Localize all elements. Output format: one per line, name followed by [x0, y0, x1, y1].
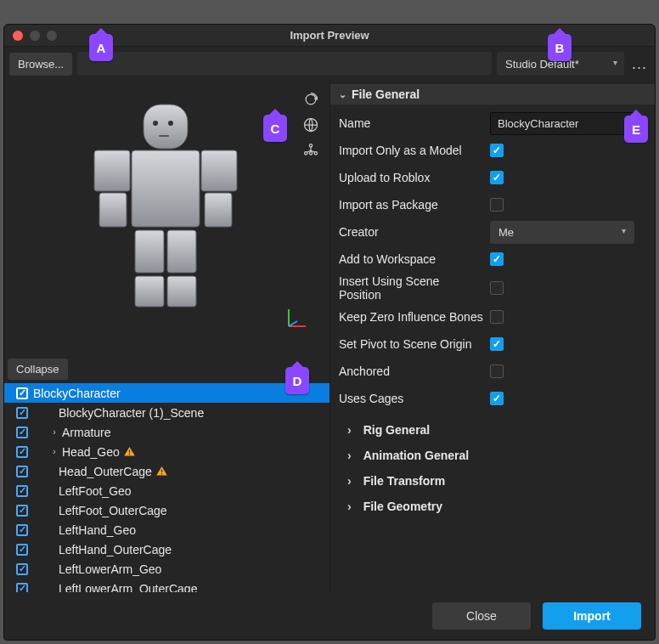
svg-rect-8	[135, 276, 164, 307]
axis-gizmo	[285, 306, 309, 330]
keep-zero-checkbox[interactable]	[490, 310, 504, 324]
svg-rect-4	[99, 193, 127, 227]
callout-badge-b: B	[548, 34, 572, 61]
content-area: Collapse BlockyCharacterBlockyCharacter …	[4, 81, 655, 592]
browse-button[interactable]: Browse...	[9, 53, 72, 76]
prop-keep-zero: Keep Zero Influence Bones	[339, 310, 483, 324]
tree-label: LeftLowerArm_Geo	[59, 562, 161, 576]
prop-upload: Upload to Roblox	[339, 171, 483, 184]
tree-row[interactable]: LeftHand_OuterCage	[4, 539, 330, 559]
tree-label: BlockyCharacter (1)_Scene	[59, 406, 204, 420]
tree-label: LeftFoot_Geo	[59, 484, 132, 498]
tree-row[interactable]: LeftFoot_Geo	[4, 481, 330, 500]
tree-checkbox[interactable]	[16, 583, 28, 593]
svg-point-15	[309, 144, 312, 147]
tree-label: LeftHand_Geo	[59, 523, 136, 537]
section-animation-general[interactable]: Animation General	[330, 443, 655, 468]
insert-scene-checkbox[interactable]	[490, 281, 504, 295]
window-controls	[13, 31, 57, 41]
svg-point-10	[153, 121, 158, 126]
tree-label: LeftFoot_OuterCage	[59, 504, 167, 517]
minimize-window-icon[interactable]	[30, 31, 40, 41]
close-window-icon[interactable]	[13, 31, 23, 41]
chevron-right-icon[interactable]: ›	[50, 427, 59, 437]
reset-camera-icon[interactable]	[302, 91, 319, 108]
upload-checkbox[interactable]	[490, 171, 504, 184]
svg-rect-12	[159, 135, 169, 137]
anchored-checkbox[interactable]	[490, 364, 504, 378]
tree-checkbox[interactable]	[16, 485, 28, 497]
tree-row[interactable]: BlockyCharacter	[4, 383, 330, 403]
tree-row[interactable]: BlockyCharacter (1)_Scene	[4, 403, 330, 422]
prop-import-only: Import Only as a Model	[339, 144, 483, 157]
hierarchy-tree[interactable]: BlockyCharacterBlockyCharacter (1)_Scene…	[4, 383, 330, 592]
pivot-checkbox[interactable]	[490, 337, 504, 351]
collapse-row: Collapse	[4, 355, 330, 383]
tree-row[interactable]: LeftHand_Geo	[4, 520, 330, 539]
properties-list: Name Import Only as a Model Upload to Ro…	[330, 105, 655, 417]
tree-row[interactable]: LeftFoot_OuterCage	[4, 500, 330, 520]
prop-cages: Uses Cages	[339, 392, 483, 405]
add-workspace-checkbox[interactable]	[490, 252, 504, 266]
svg-rect-1	[132, 150, 200, 227]
section-rig-general[interactable]: Rig General	[330, 417, 655, 443]
left-pane: Collapse BlockyCharacterBlockyCharacter …	[4, 81, 330, 592]
maximize-window-icon[interactable]	[47, 31, 57, 41]
import-only-checkbox[interactable]	[490, 144, 504, 157]
tree-checkbox[interactable]	[16, 466, 28, 477]
tree-row[interactable]: ›Armature	[4, 422, 330, 442]
svg-rect-3	[201, 150, 237, 191]
file-path-input[interactable]	[77, 52, 492, 76]
footer: Close Import	[4, 592, 655, 640]
callout-badge-c: C	[263, 115, 287, 142]
svg-rect-23	[129, 454, 130, 455]
tree-checkbox[interactable]	[16, 387, 28, 399]
close-button[interactable]: Close	[432, 602, 531, 630]
tree-checkbox[interactable]	[16, 524, 28, 536]
svg-rect-25	[161, 473, 162, 474]
chevron-right-icon[interactable]: ›	[50, 447, 59, 456]
character-preview	[81, 98, 259, 322]
import-preview-window: Import Preview Browse... Studio Default*…	[3, 24, 656, 641]
world-icon[interactable]	[302, 116, 319, 133]
import-button[interactable]: Import	[543, 602, 641, 630]
section-file-geometry[interactable]: File Geometry	[330, 494, 655, 519]
tree-checkbox[interactable]	[16, 407, 28, 419]
tree-row[interactable]: ›Head_Geo	[4, 442, 330, 461]
callout-badge-a: A	[89, 34, 113, 61]
section-file-general[interactable]: ⌄ File General	[330, 84, 655, 105]
tree-checkbox[interactable]	[16, 446, 28, 458]
viewport-toolbar	[302, 91, 319, 159]
collapse-button[interactable]: Collapse	[8, 359, 68, 380]
tree-checkbox[interactable]	[16, 563, 28, 575]
more-menu-icon[interactable]: ...	[629, 59, 650, 68]
tree-checkbox[interactable]	[16, 544, 28, 556]
tree-checkbox[interactable]	[16, 427, 28, 438]
svg-rect-5	[205, 193, 232, 227]
svg-point-11	[168, 121, 173, 126]
section-file-transform[interactable]: File Transform	[330, 468, 655, 494]
svg-rect-9	[167, 276, 196, 307]
rig-icon[interactable]	[302, 142, 319, 159]
prop-name: Name	[339, 116, 483, 130]
tree-checkbox[interactable]	[16, 505, 28, 517]
name-field[interactable]	[490, 112, 634, 135]
tree-label: LeftLowerArm_OuterCage	[59, 582, 197, 593]
svg-point-13	[306, 94, 316, 105]
tree-row[interactable]: Head_OuterCage	[4, 461, 330, 481]
tree-label: LeftHand_OuterCage	[59, 543, 172, 556]
prop-insert-scene: Insert Using Scene Position	[339, 274, 483, 302]
cages-checkbox[interactable]	[490, 392, 504, 405]
svg-rect-0	[144, 105, 188, 149]
creator-dropdown[interactable]: Me	[490, 221, 634, 244]
svg-rect-7	[167, 230, 196, 273]
prop-anchored: Anchored	[339, 364, 483, 378]
svg-rect-22	[129, 450, 130, 453]
prop-pivot: Set Pivot to Scene Origin	[339, 337, 483, 351]
svg-rect-6	[135, 230, 164, 273]
package-checkbox[interactable]	[490, 198, 504, 212]
tree-row[interactable]: LeftLowerArm_OuterCage	[4, 579, 330, 592]
tree-row[interactable]: LeftLowerArm_Geo	[4, 559, 330, 579]
callout-badge-d: D	[285, 367, 309, 394]
chevron-down-icon: ⌄	[339, 89, 346, 100]
